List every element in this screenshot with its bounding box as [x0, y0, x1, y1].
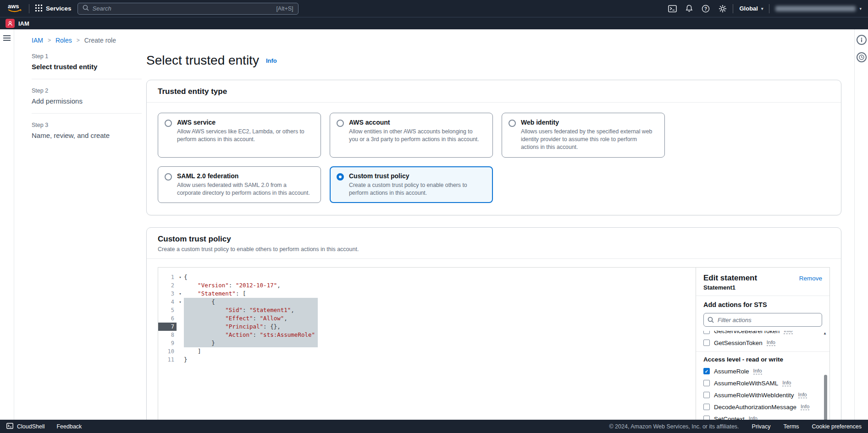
info-panel-icon[interactable] — [857, 35, 867, 45]
actions-list-viewport: GetServiceBearerTokenInfoGetSessionToken… — [696, 331, 829, 420]
checkbox[interactable] — [703, 340, 710, 346]
action-row-setcontext[interactable]: SetContextInfo — [696, 413, 829, 420]
breadcrumb-item-roles[interactable]: Roles — [55, 37, 72, 44]
tile-title: AWS account — [349, 119, 482, 126]
code-line[interactable]: 7 "Principal": {}, — [158, 323, 696, 331]
action-label: GetSessionToken — [714, 340, 763, 346]
global-search[interactable]: [Alt+S] — [77, 3, 299, 15]
checkbox-checked[interactable]: ✓ — [703, 368, 710, 374]
action-row-assumerolewithwebidentity[interactable]: AssumeRoleWithWebIdentityInfo — [696, 389, 829, 401]
fold-toggle-icon[interactable]: ▾ — [177, 273, 184, 281]
radio-button[interactable] — [337, 120, 344, 127]
custom-trust-policy-title: Custom trust policy — [158, 235, 830, 244]
settings-gear-icon[interactable] — [719, 5, 727, 13]
cloudshell-button[interactable]: CloudShell — [6, 423, 44, 430]
filter-actions-input[interactable] — [703, 313, 822, 327]
copyright-text: © 2024, Amazon Web Services, Inc. or its… — [609, 423, 739, 430]
services-menu-button[interactable]: Services — [35, 5, 72, 13]
checkbox[interactable] — [703, 331, 710, 334]
page-info-link[interactable]: Info — [266, 57, 277, 64]
fold-toggle-icon[interactable]: ▾ — [177, 298, 184, 306]
region-selector[interactable]: Global ▾ — [739, 5, 763, 12]
fold-gutter — [177, 347, 184, 356]
line-number: 4 — [158, 298, 177, 306]
trusted-entity-tile-aws-account[interactable]: AWS accountAllow entities in other AWS a… — [330, 113, 493, 158]
checkbox[interactable] — [703, 416, 710, 420]
fold-gutter — [177, 281, 184, 290]
code-line[interactable]: 1▾{ — [158, 273, 696, 281]
trusted-entity-tile-web-identity[interactable]: Web identityAllows users federated by th… — [502, 113, 665, 158]
history-clock-icon[interactable] — [857, 52, 867, 62]
line-number: 2 — [158, 281, 177, 290]
wizard-step-add-permissions[interactable]: Step 2Add permissions — [32, 88, 142, 114]
tile-description: Allow users federated with SAML 2.0 from… — [177, 181, 310, 197]
checkbox[interactable] — [703, 380, 710, 386]
radio-button[interactable] — [165, 173, 172, 181]
code-line[interactable]: 4▾ { — [158, 298, 696, 306]
fold-toggle-icon[interactable]: ▾ — [177, 290, 184, 298]
line-number: 5 — [158, 306, 177, 314]
scrollbar-up-arrow-icon[interactable]: ▲ — [823, 331, 827, 335]
info-link[interactable]: Info — [801, 404, 809, 411]
radio-button[interactable] — [165, 120, 172, 127]
code-line[interactable]: 9 } — [158, 339, 696, 347]
fold-gutter — [177, 356, 184, 364]
policy-editor-box: 1▾{2 "Version": "2012-10-17",3▾ "Stateme… — [158, 267, 830, 420]
checkbox[interactable] — [703, 392, 710, 398]
info-link[interactable]: Info — [749, 416, 757, 420]
code-line[interactable]: 8 "Action": "sts:AssumeRole" — [158, 331, 696, 339]
wizard-step-name-review-and-create[interactable]: Step 3Name, review, and create — [32, 122, 142, 148]
breadcrumb: IAM>Roles>Create role — [32, 37, 841, 44]
action-label: DecodeAuthorizationMessage — [714, 404, 796, 411]
code-text: "Sid": "Statement1", — [184, 306, 294, 314]
sidebar-menu-toggle[interactable] — [3, 34, 11, 43]
search-input[interactable] — [93, 5, 273, 12]
step-label: Add permissions — [32, 97, 142, 105]
action-row-getsessiontoken[interactable]: GetSessionTokenInfo — [696, 337, 829, 349]
radio-button[interactable] — [509, 120, 516, 127]
help-icon[interactable]: ? — [702, 5, 710, 13]
info-link[interactable]: Info — [798, 392, 807, 399]
code-line[interactable]: 11} — [158, 356, 696, 364]
action-row-assumerolewithsaml[interactable]: AssumeRoleWithSAMLInfo — [696, 377, 829, 389]
trusted-entity-tile-custom-trust-policy[interactable]: Custom trust policyCreate a custom trust… — [330, 166, 493, 203]
scrollbar-thumb[interactable] — [824, 375, 827, 420]
aws-logo[interactable]: aws — [6, 2, 23, 15]
code-line[interactable]: 6 "Effect": "Allow", — [158, 314, 696, 323]
feedback-link[interactable]: Feedback — [56, 423, 82, 430]
info-link[interactable]: Info — [782, 380, 791, 387]
action-row-getservicebearertoken[interactable]: GetServiceBearerTokenInfo — [696, 331, 829, 337]
info-link[interactable]: Info — [753, 368, 762, 375]
service-name-label[interactable]: IAM — [18, 20, 29, 27]
custom-trust-policy-description: Create a custom trust policy to enable o… — [158, 246, 830, 252]
edit-statement-title: Edit statement — [703, 274, 757, 283]
code-line[interactable]: 3▾ "Statement": [ — [158, 290, 696, 298]
custom-trust-policy-card: Custom trust policy Create a custom trus… — [146, 227, 841, 420]
footer-link-cookie-preferences[interactable]: Cookie preferences — [812, 423, 862, 430]
trusted-entity-tile-saml-2-0-federation[interactable]: SAML 2.0 federationAllow users federated… — [158, 166, 321, 203]
action-row-decodeauthorizationmessage[interactable]: DecodeAuthorizationMessageInfo — [696, 401, 829, 413]
code-text: "Effect": "Allow", — [184, 314, 287, 323]
footer-link-privacy[interactable]: Privacy — [752, 423, 771, 430]
cloudshell-icon[interactable] — [668, 5, 677, 12]
divider — [733, 4, 733, 13]
info-link[interactable]: Info — [784, 331, 792, 334]
radio-button[interactable] — [337, 173, 344, 181]
checkbox[interactable] — [703, 404, 710, 410]
code-line[interactable]: 5 "Sid": "Statement1", — [158, 306, 696, 314]
region-label: Global — [739, 5, 757, 12]
trusted-entity-tile-aws-service[interactable]: AWS serviceAllow AWS services like EC2, … — [158, 113, 321, 158]
code-editor[interactable]: 1▾{2 "Version": "2012-10-17",3▾ "Stateme… — [158, 268, 696, 420]
fold-gutter — [177, 339, 184, 347]
remove-statement-link[interactable]: Remove — [799, 275, 822, 282]
action-row-assumerole[interactable]: ✓AssumeRoleInfo — [696, 365, 829, 377]
wizard-step-select-trusted-entity[interactable]: Step 1Select trusted entity — [32, 53, 142, 79]
account-menu[interactable]: ▾ — [775, 6, 862, 11]
breadcrumb-item-iam[interactable]: IAM — [32, 37, 43, 44]
code-line[interactable]: 10 ] — [158, 347, 696, 356]
code-line[interactable]: 2 "Version": "2012-10-17", — [158, 281, 696, 290]
info-link[interactable]: Info — [767, 340, 775, 346]
notifications-bell-icon[interactable] — [686, 5, 693, 12]
trusted-entity-type-card: Trusted entity type AWS serviceAllow AWS… — [146, 80, 841, 215]
footer-link-terms[interactable]: Terms — [784, 423, 799, 430]
